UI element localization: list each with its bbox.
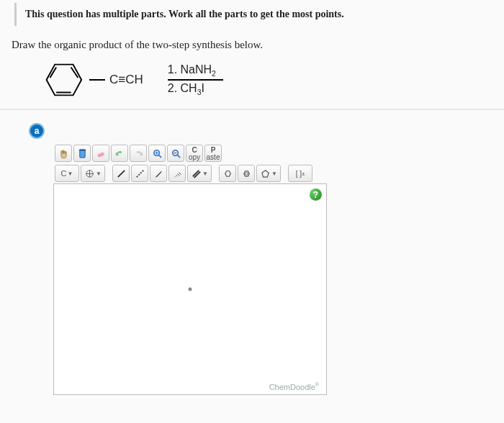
clear-tool-icon[interactable] bbox=[73, 145, 91, 162]
toolbar-row-2: C▼ ▼ ▼ ▼ [ ]± bbox=[53, 163, 330, 183]
drawing-canvas[interactable]: ? ChemDoodle® bbox=[53, 183, 327, 395]
svg-line-19 bbox=[136, 170, 143, 176]
double-bond-tool[interactable]: ▼ bbox=[187, 165, 212, 182]
svg-rect-6 bbox=[78, 149, 85, 150]
wedge-up-tool[interactable] bbox=[150, 165, 167, 182]
svg-line-24 bbox=[179, 172, 181, 174]
canvas-center-dot bbox=[189, 288, 192, 291]
svg-line-23 bbox=[177, 173, 179, 176]
single-bond-tool[interactable] bbox=[112, 165, 130, 182]
hand-tool-icon[interactable] bbox=[55, 145, 72, 162]
substituent-label: C≡CH bbox=[109, 73, 143, 87]
charge-bracket-tool[interactable]: [ ]± bbox=[288, 165, 312, 182]
svg-line-18 bbox=[117, 170, 124, 176]
wedge-down-tool[interactable] bbox=[168, 165, 186, 182]
question-prompt: Draw the organic product of the two-step… bbox=[0, 35, 504, 55]
benzene-ring-icon bbox=[36, 58, 85, 101]
toolbar-row-1: Copy Paste bbox=[53, 143, 330, 163]
svg-marker-30 bbox=[262, 170, 269, 176]
svg-rect-7 bbox=[96, 152, 104, 158]
svg-marker-27 bbox=[225, 170, 230, 176]
dotted-bond-tool[interactable] bbox=[131, 165, 148, 182]
element-picker[interactable]: C▼ bbox=[55, 165, 79, 182]
reaction-scheme: C≡CH 1. NaNH2 2. CH3I bbox=[0, 55, 504, 110]
svg-line-22 bbox=[176, 175, 177, 176]
redo-icon[interactable] bbox=[130, 145, 147, 162]
benzene-ring-tool[interactable] bbox=[238, 165, 255, 182]
copy-button[interactable]: Copy bbox=[186, 145, 203, 162]
hexagon-ring-tool[interactable] bbox=[219, 165, 236, 182]
bond-line-icon bbox=[89, 78, 105, 81]
svg-marker-28 bbox=[243, 170, 249, 176]
paste-button[interactable]: Paste bbox=[204, 145, 222, 162]
svg-point-29 bbox=[245, 172, 248, 175]
undo-icon[interactable] bbox=[111, 145, 128, 162]
svg-line-21 bbox=[174, 176, 175, 177]
svg-marker-0 bbox=[47, 65, 82, 96]
atom-tool[interactable]: ▼ bbox=[81, 165, 105, 182]
zoom-out-icon[interactable] bbox=[167, 145, 184, 162]
instruction-banner: This question has multiple parts. Work a… bbox=[14, 3, 490, 26]
chemdoodle-sketcher: Copy Paste C▼ ▼ ▼ ▼ [ ]± ? ChemDoodle® bbox=[53, 143, 330, 395]
part-badge-a: a bbox=[29, 123, 45, 139]
zoom-in-icon[interactable] bbox=[148, 145, 166, 162]
chemdoodle-brand: ChemDoodle® bbox=[269, 382, 319, 391]
reagent-list: 1. NaNH2 2. CH3I bbox=[168, 63, 223, 96]
svg-line-13 bbox=[177, 155, 180, 158]
svg-marker-20 bbox=[155, 170, 161, 176]
svg-line-9 bbox=[158, 155, 161, 158]
help-icon[interactable]: ? bbox=[310, 188, 322, 201]
pentagon-ring-tool[interactable]: ▼ bbox=[256, 165, 281, 182]
eraser-tool-icon[interactable] bbox=[92, 145, 109, 162]
